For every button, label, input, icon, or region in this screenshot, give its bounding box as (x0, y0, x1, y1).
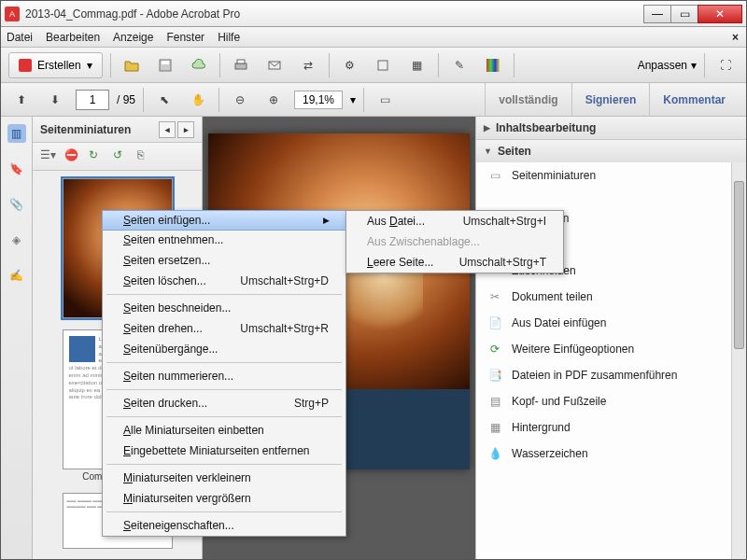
print-button[interactable] (228, 52, 254, 78)
menu-item-label: Seiten ersetzen... (123, 254, 210, 267)
fullscreen-button[interactable]: ⛶ (712, 52, 739, 78)
thumb-extract-button[interactable]: ⎘ (137, 148, 156, 165)
tools-panel: ▶ Inhaltsbearbeitung ▼ Seiten ▭Seitenmin… (475, 117, 746, 560)
sidebar-item-label: Hintergrund (512, 421, 571, 434)
menu-shortcut: Umschalt+Strg+D (218, 274, 329, 287)
menu-item[interactable]: Seiten drucken...Strg+P (103, 393, 345, 413)
bookmarks-icon[interactable]: 🔖 (7, 160, 26, 178)
sidebar-item-header[interactable]: ▤Kopf- und Fußzeile (476, 388, 746, 414)
minimize-button[interactable]: — (643, 5, 671, 23)
menu-item-label: Aus Zwischenablage... (367, 235, 480, 248)
save-button[interactable] (152, 52, 178, 78)
menu-item[interactable]: Seiten entnehmen... (103, 230, 345, 250)
sidebar-item-watermark[interactable]: 💧Wasserzeichen (476, 441, 746, 467)
signatures-icon[interactable]: ✍ (7, 266, 26, 285)
open-button[interactable] (119, 52, 145, 78)
thumb-delete-button[interactable]: ⛔ (64, 148, 83, 165)
menu-item[interactable]: Seitenübergänge... (103, 339, 345, 359)
menu-window[interactable]: Fenster (166, 31, 204, 44)
menu-item[interactable]: Leere Seite...Umschalt+Strg+T (346, 252, 563, 273)
thumb-rotate-cw-button[interactable]: ↻ (89, 148, 107, 165)
edit-button[interactable]: ✎ (446, 52, 472, 78)
page-down-button[interactable]: ⬇ (42, 87, 68, 113)
scrollbar[interactable] (731, 162, 746, 560)
chevron-down-icon: ▼ (484, 147, 492, 156)
email-button[interactable] (261, 52, 288, 78)
thumbnails-title: Seitenminiaturen (40, 123, 131, 136)
settings-button[interactable]: ⚙ (337, 52, 363, 78)
sidebar-item-background[interactable]: ▦Hintergrund (476, 414, 746, 441)
sidebar-item-label: Weitere Einfügeoptionen (512, 343, 634, 356)
submenu-arrow-icon: ▶ (304, 216, 330, 225)
thumb-next-button[interactable]: ▸ (177, 121, 194, 138)
menu-item[interactable]: Seiten löschen...Umschalt+Strg+D (103, 271, 345, 291)
zoom-in-button[interactable]: ⊕ (261, 87, 287, 113)
color-button[interactable] (480, 52, 506, 78)
menu-item[interactable]: Seiten drehen...Umschalt+Strg+R (103, 318, 345, 339)
page-input[interactable] (76, 90, 109, 110)
menu-item-label: Seiteneigenschaften... (123, 519, 234, 532)
window-title: 2013-04_Commag.pdf - Adobe Acrobat Pro (25, 7, 644, 21)
cloud-button[interactable] (186, 52, 212, 78)
context-menu: Seiten einfügen...▶Seiten entnehmen...Se… (102, 210, 346, 537)
thumb-rotate-ccw-button[interactable]: ↺ (113, 148, 132, 165)
layers-icon[interactable]: ◈ (7, 231, 26, 249)
menu-item[interactable]: Alle Miniaturseiten einbetten (103, 420, 345, 441)
scan-button[interactable] (371, 52, 397, 78)
sidebar-item-label: Wasserzeichen (512, 447, 588, 460)
menu-item[interactable]: Seiteneigenschaften... (103, 515, 345, 536)
close-button[interactable]: ✕ (698, 5, 742, 23)
app-icon: A (5, 7, 20, 21)
customize-label[interactable]: Anpassen (638, 59, 687, 72)
sidebar-item-more[interactable]: ⟳Weitere Einfügeoptionen (476, 336, 746, 362)
menu-item: Aus Zwischenablage... (346, 231, 563, 252)
insert-icon: 📄 (487, 315, 502, 330)
tab-full[interactable]: vollständig (485, 83, 571, 117)
hand-tool-button[interactable]: ✋ (185, 87, 211, 113)
menu-item[interactable]: Miniaturseiten vergrößern (103, 488, 345, 509)
create-button[interactable]: Erstellen ▾ (8, 52, 103, 78)
menu-item[interactable]: Seiten einfügen...▶ (102, 210, 346, 231)
attachments-icon[interactable]: 📎 (7, 195, 26, 214)
menu-item[interactable]: Seiten nummerieren... (103, 366, 345, 386)
thumb-options-button[interactable]: ☰▾ (40, 148, 59, 165)
menu-item[interactable]: Eingebettete Miniaturseiten entfernen (103, 441, 345, 461)
menu-item[interactable]: Seiten beschneiden... (103, 298, 345, 318)
share-button[interactable]: ⇄ (295, 52, 321, 78)
tab-sign[interactable]: Signieren (571, 83, 650, 117)
maximize-button[interactable]: ▭ (670, 5, 698, 23)
menu-edit[interactable]: Bearbeiten (46, 31, 100, 44)
form-button[interactable]: ▦ (404, 52, 430, 78)
sidebar-item-label: Kopf- und Fußzeile (512, 395, 606, 408)
tab-comment[interactable]: Kommentar (649, 83, 739, 117)
fit-button[interactable]: ▭ (372, 87, 398, 113)
zoom-out-button[interactable]: ⊖ (227, 87, 253, 113)
thumbnails-toolbar: ☰▾ ⛔ ↻ ↺ ⎘ (33, 143, 202, 171)
sidebar-item-split[interactable]: ✂Dokument teilen (476, 284, 746, 310)
thumbnails-icon[interactable]: ▥ (7, 124, 26, 143)
thumbnails-header: Seitenminiaturen ◂ ▸ (33, 117, 202, 143)
sidebar-item-label: Dateien in PDF zusammenführen (512, 369, 677, 382)
menu-file[interactable]: Datei (7, 31, 33, 44)
select-tool-button[interactable]: ⬉ (151, 87, 177, 113)
menu-item-label: Alle Miniaturseiten einbetten (123, 424, 264, 437)
accordion-pages[interactable]: ▼ Seiten (476, 140, 746, 162)
menu-item[interactable]: Aus Datei...Umschalt+Strg+I (346, 211, 563, 231)
sidebar-item-page[interactable]: ▭Seitenminiaturen (476, 162, 746, 205)
menu-item-label: Leere Seite... (367, 256, 433, 269)
accordion-content-editing[interactable]: ▶ Inhaltsbearbeitung (476, 117, 746, 139)
thumb-prev-button[interactable]: ◂ (159, 121, 176, 138)
sidebar-item-insert[interactable]: 📄Aus Datei einfügen (476, 310, 746, 336)
menu-help[interactable]: Hilfe (218, 31, 240, 44)
menu-item[interactable]: Seiten ersetzen... (103, 250, 345, 271)
menu-shortcut: Strg+P (272, 397, 329, 410)
page-up-button[interactable]: ⬆ (8, 87, 35, 113)
menu-item[interactable]: Miniaturseiten verkleinern (103, 468, 345, 488)
menu-view[interactable]: Anzeige (113, 31, 153, 44)
zoom-level[interactable]: 19,1% (294, 91, 343, 109)
document-close-icon[interactable]: × (732, 31, 739, 44)
accordion-label: Inhaltsbearbeitung (496, 121, 596, 134)
sidebar-item-merge[interactable]: 📑Dateien in PDF zusammenführen (476, 362, 746, 388)
svg-rect-1 (162, 61, 169, 64)
chevron-down-icon[interactable]: ▾ (350, 93, 356, 106)
